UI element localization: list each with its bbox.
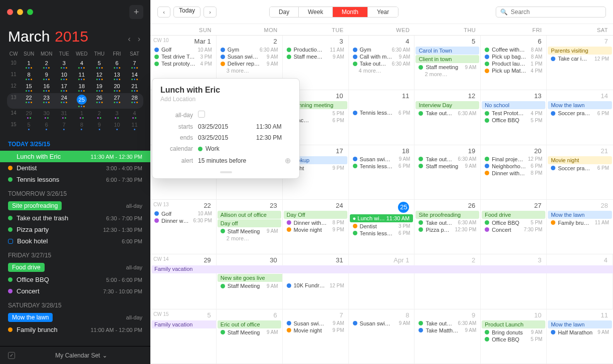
day-cell[interactable]: 4 — [547, 254, 613, 308]
allday-event[interactable]: Day Off — [284, 211, 347, 219]
day-cell[interactable]: 12Interview DayTake out t…6:30 AM — [415, 90, 481, 144]
day-cell[interactable]: 5CW 15Family vacation — [150, 309, 217, 363]
mini-day[interactable]: 8 — [73, 120, 90, 132]
mini-day[interactable]: 1 — [20, 59, 38, 70]
agenda-item[interactable]: Office BBQ5:00 - 6:00 PM — [0, 274, 150, 285]
day-cell[interactable]: 29CW 14 — [150, 254, 217, 308]
mini-day[interactable]: 7 — [55, 120, 73, 132]
day-cell[interactable]: 14Mow the lawnSoccer prac…6 PM — [547, 90, 613, 144]
event[interactable]: Production…11 AM — [283, 46, 348, 53]
add-event-button[interactable]: + — [129, 5, 143, 19]
zoom-window[interactable] — [27, 9, 33, 15]
event[interactable]: Susan swim…9 AM — [283, 320, 348, 327]
event[interactable]: Product launch1 PM — [481, 60, 546, 67]
event[interactable]: Gym6:30 AM — [217, 46, 282, 53]
ends-date[interactable]: 03/25/2015 — [198, 134, 256, 141]
view-month[interactable]: Month — [332, 7, 367, 17]
mini-day[interactable]: 6 — [108, 59, 126, 70]
popover-location[interactable]: Add Location — [160, 96, 291, 103]
day-cell[interactable]: 7Susan swim…9 AMMovie night9 PM — [283, 309, 349, 363]
event[interactable]: Dinner with t…8 PM — [481, 170, 546, 177]
day-cell[interactable]: 20Final projec…12 PMNeighborho…6 PMDinne… — [481, 145, 547, 199]
event[interactable]: Staff meeting9 AM — [415, 163, 480, 170]
event[interactable]: Golf10 AM — [150, 210, 216, 217]
mini-day[interactable]: 14 — [126, 70, 143, 82]
event-popover[interactable]: Lunch with Eric Add Location all-day sta… — [152, 78, 300, 179]
event[interactable]: Tennis lessons6 PM — [349, 109, 415, 116]
event[interactable]: Bring donuts9 AM — [481, 329, 546, 336]
allday-event[interactable]: Movie night — [548, 156, 612, 164]
event[interactable]: Final projec…12 PM — [481, 156, 546, 163]
day-cell[interactable]: 11Mow the lawnHalf Marathon9 AM — [547, 309, 613, 363]
prev-button[interactable]: ‹ — [157, 7, 170, 18]
allday-event[interactable]: Site proofreading — [416, 211, 479, 219]
more-link[interactable]: 2 more… — [217, 235, 282, 242]
popover-grabber[interactable] — [220, 171, 232, 173]
mini-day[interactable]: 8 — [20, 70, 38, 82]
event[interactable]: Test Prototype4 PM — [481, 110, 546, 117]
event[interactable]: Staff Meeting9 AM — [217, 228, 282, 235]
event[interactable]: Concert7:30 PM — [481, 226, 546, 233]
more-link[interactable]: 2 more… — [415, 71, 480, 78]
event[interactable]: Dinner wit…6:30 PM — [150, 217, 216, 224]
event[interactable]: Coffee with…8 AM — [481, 46, 546, 53]
allday-event[interactable]: Family vacation — [151, 265, 613, 273]
allday-checkbox[interactable] — [198, 111, 205, 118]
view-week[interactable]: Week — [298, 7, 332, 17]
next-month[interactable]: › — [136, 34, 142, 45]
allday-event[interactable]: New site goes live — [218, 274, 282, 282]
day-cell[interactable]: 28Mow the lawnFamily brunch11 AM — [547, 200, 613, 254]
mini-day[interactable]: 15 — [20, 82, 38, 93]
mini-day[interactable]: 4 — [73, 59, 90, 70]
mini-day[interactable]: 10 — [108, 120, 126, 132]
mini-day[interactable]: 11 — [73, 70, 90, 82]
starts-time[interactable]: 11:30 AM — [256, 123, 291, 130]
mini-day[interactable]: 19 — [91, 82, 108, 93]
agenda-item[interactable]: Food driveall-day — [0, 261, 150, 274]
ends-time[interactable]: 12:30 PM — [256, 134, 291, 141]
toggle-check[interactable]: ✓ — [8, 352, 15, 359]
today-button[interactable]: Today — [173, 7, 200, 18]
day-cell[interactable]: 3110K Fundra…12 PM — [283, 254, 349, 308]
event[interactable]: Pick up Matt…4 PM — [481, 67, 546, 74]
agenda-item[interactable]: Tennis lessons6:00 - 7:30 PM — [0, 174, 150, 185]
agenda-item[interactable]: Concert7:30 - 10:00 PM — [0, 285, 150, 297]
event[interactable]: Susan swim…9 AM — [217, 53, 282, 60]
alert-picker[interactable]: 15 minutes before — [198, 157, 256, 164]
agenda-item[interactable]: Family brunch11:00 AM - 12:00 PM — [0, 324, 150, 335]
agenda-item[interactable]: Book hotel6:00 PM — [0, 235, 150, 247]
minimize-window[interactable] — [17, 9, 23, 15]
search-input[interactable] — [511, 9, 601, 16]
allday-event[interactable]: Mow the lawn — [548, 320, 612, 328]
day-cell[interactable]: 27Food driveOffice BBQ5 PMConcert7:30 PM — [481, 200, 547, 254]
event[interactable]: Staff mee…9 AM — [283, 53, 348, 60]
calendar-set-picker[interactable]: My Calendar Set ⌄ — [55, 352, 107, 359]
event[interactable]: Office BBQ5 PM — [481, 219, 546, 226]
close-window[interactable] — [7, 9, 13, 15]
allday-event[interactable]: Day off — [218, 219, 281, 227]
day-cell[interactable]: 11Tennis lessons6 PM — [349, 90, 415, 144]
day-cell[interactable]: 10Product LaunchBring donuts9 AMOffice B… — [481, 309, 547, 363]
day-cell[interactable]: 23Allison out of officeDay offStaff Meet… — [217, 200, 283, 254]
allday-event[interactable]: Food drive — [482, 211, 545, 219]
event[interactable]: Soccer prac…6 PM — [547, 110, 613, 117]
mini-day[interactable]: 13 — [108, 70, 126, 82]
event[interactable]: Take out t…6:30 AM — [415, 156, 480, 163]
search-field[interactable]: 🔍 — [496, 7, 606, 18]
day-cell[interactable]: 8Susan swim…9 AM — [349, 309, 415, 363]
event[interactable]: Take car in…12 PM — [547, 55, 613, 62]
mini-day[interactable]: 21 — [126, 82, 143, 93]
event[interactable]: Soccer prac…6 PM — [547, 165, 613, 172]
event[interactable]: Movie night9 PM — [283, 327, 348, 334]
agenda-item[interactable]: Lunch with Eric11:30 AM - 12:30 PM — [0, 151, 150, 162]
mini-day[interactable]: 16 — [38, 82, 55, 93]
day-cell[interactable]: 6Eric out of officeStaff Meeting9 AM — [217, 309, 283, 363]
mini-day[interactable]: 12 — [91, 70, 108, 82]
allday-event[interactable]: Mow the lawn — [548, 101, 612, 109]
allday-event[interactable]: Carol in Town — [416, 47, 479, 55]
event[interactable]: Family brunch11 AM — [547, 219, 613, 226]
mini-day[interactable]: 24 — [55, 93, 73, 109]
event[interactable]: Susan swim…9 AM — [349, 156, 415, 163]
mini-day[interactable]: 9 — [91, 120, 108, 132]
mini-day[interactable]: 25 — [73, 93, 90, 109]
